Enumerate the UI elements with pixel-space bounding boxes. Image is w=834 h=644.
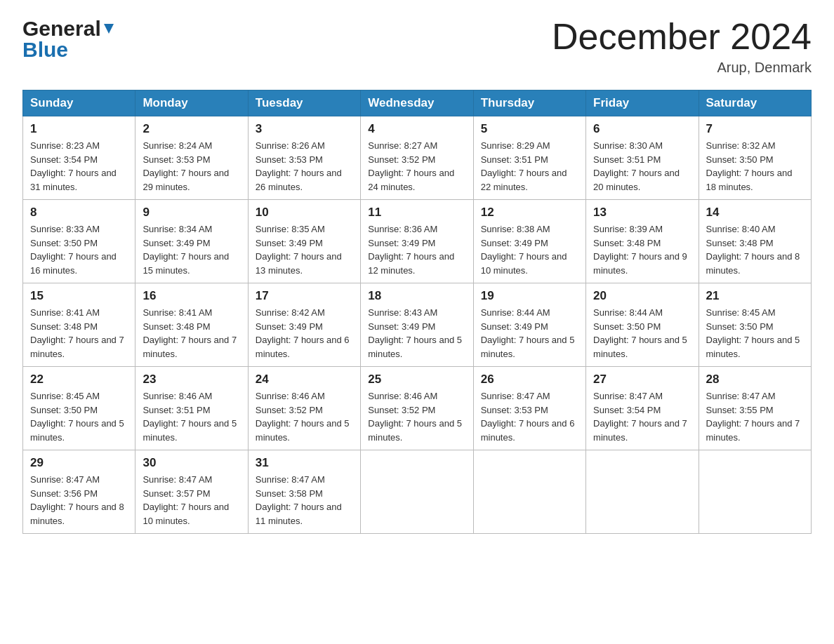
day-info: Sunrise: 8:24 AMSunset: 3:53 PMDaylight:… [143, 139, 240, 194]
logo: General Blue [22, 17, 117, 62]
calendar-cell: 9 Sunrise: 8:34 AMSunset: 3:49 PMDayligh… [135, 200, 248, 283]
day-number: 30 [143, 456, 240, 470]
day-number: 14 [706, 206, 804, 220]
day-info: Sunrise: 8:47 AMSunset: 3:57 PMDaylight:… [143, 473, 240, 528]
day-info: Sunrise: 8:41 AMSunset: 3:48 PMDaylight:… [30, 306, 128, 361]
day-info: Sunrise: 8:44 AMSunset: 3:49 PMDaylight:… [481, 306, 578, 361]
day-number: 11 [368, 206, 465, 220]
day-info: Sunrise: 8:47 AMSunset: 3:53 PMDaylight:… [481, 389, 578, 444]
month-title: December 2024 [552, 17, 812, 57]
week-row-5: 29 Sunrise: 8:47 AMSunset: 3:56 PMDaylig… [23, 450, 812, 534]
day-info: Sunrise: 8:35 AMSunset: 3:49 PMDaylight:… [256, 222, 353, 277]
calendar-cell: 21 Sunrise: 8:45 AMSunset: 3:50 PMDaylig… [699, 283, 811, 367]
day-info: Sunrise: 8:27 AMSunset: 3:52 PMDaylight:… [368, 139, 465, 194]
day-number: 12 [481, 206, 578, 220]
day-number: 31 [256, 456, 353, 470]
calendar-cell: 31 Sunrise: 8:47 AMSunset: 3:58 PMDaylig… [248, 450, 360, 534]
day-number: 1 [30, 122, 128, 136]
day-info: Sunrise: 8:40 AMSunset: 3:48 PMDaylight:… [706, 222, 804, 277]
calendar-cell: 14 Sunrise: 8:40 AMSunset: 3:48 PMDaylig… [699, 200, 811, 283]
day-info: Sunrise: 8:46 AMSunset: 3:52 PMDaylight:… [256, 389, 353, 444]
weekday-header-thursday: Thursday [473, 90, 585, 116]
day-info: Sunrise: 8:47 AMSunset: 3:54 PMDaylight:… [593, 389, 691, 444]
calendar-cell: 23 Sunrise: 8:46 AMSunset: 3:51 PMDaylig… [135, 367, 248, 450]
calendar-cell: 25 Sunrise: 8:46 AMSunset: 3:52 PMDaylig… [361, 367, 473, 450]
day-number: 19 [481, 289, 578, 303]
calendar-cell: 7 Sunrise: 8:32 AMSunset: 3:50 PMDayligh… [699, 116, 811, 200]
day-info: Sunrise: 8:30 AMSunset: 3:51 PMDaylight:… [593, 139, 691, 194]
day-info: Sunrise: 8:33 AMSunset: 3:50 PMDaylight:… [30, 222, 128, 277]
calendar-cell [361, 450, 473, 534]
week-row-1: 1 Sunrise: 8:23 AMSunset: 3:54 PMDayligh… [23, 116, 812, 200]
calendar-cell: 2 Sunrise: 8:24 AMSunset: 3:53 PMDayligh… [135, 116, 248, 200]
day-number: 24 [256, 373, 353, 387]
calendar-cell: 11 Sunrise: 8:36 AMSunset: 3:49 PMDaylig… [361, 200, 473, 283]
day-number: 22 [30, 373, 128, 387]
day-info: Sunrise: 8:47 AMSunset: 3:55 PMDaylight:… [706, 389, 804, 444]
logo-general-text: General [22, 17, 101, 41]
calendar-cell: 3 Sunrise: 8:26 AMSunset: 3:53 PMDayligh… [248, 116, 360, 200]
day-info: Sunrise: 8:41 AMSunset: 3:48 PMDaylight:… [143, 306, 240, 361]
day-number: 13 [593, 206, 691, 220]
day-info: Sunrise: 8:34 AMSunset: 3:49 PMDaylight:… [143, 222, 240, 277]
day-info: Sunrise: 8:29 AMSunset: 3:51 PMDaylight:… [481, 139, 578, 194]
day-number: 27 [593, 373, 691, 387]
calendar-cell [586, 450, 699, 534]
day-number: 17 [256, 289, 353, 303]
day-number: 3 [256, 122, 353, 136]
day-number: 2 [143, 122, 240, 136]
day-info: Sunrise: 8:26 AMSunset: 3:53 PMDaylight:… [256, 139, 353, 194]
day-info: Sunrise: 8:38 AMSunset: 3:49 PMDaylight:… [481, 222, 578, 277]
calendar-cell: 8 Sunrise: 8:33 AMSunset: 3:50 PMDayligh… [23, 200, 135, 283]
day-number: 25 [368, 373, 465, 387]
day-info: Sunrise: 8:44 AMSunset: 3:50 PMDaylight:… [593, 306, 691, 361]
day-number: 8 [30, 206, 128, 220]
calendar-cell: 16 Sunrise: 8:41 AMSunset: 3:48 PMDaylig… [135, 283, 248, 367]
calendar-cell: 6 Sunrise: 8:30 AMSunset: 3:51 PMDayligh… [586, 116, 699, 200]
day-number: 7 [706, 122, 804, 136]
day-info: Sunrise: 8:46 AMSunset: 3:52 PMDaylight:… [368, 389, 465, 444]
weekday-header-friday: Friday [586, 90, 699, 116]
day-number: 15 [30, 289, 128, 303]
weekday-header-saturday: Saturday [699, 90, 811, 116]
day-info: Sunrise: 8:32 AMSunset: 3:50 PMDaylight:… [706, 139, 804, 194]
week-row-3: 15 Sunrise: 8:41 AMSunset: 3:48 PMDaylig… [23, 283, 812, 367]
calendar-cell: 30 Sunrise: 8:47 AMSunset: 3:57 PMDaylig… [135, 450, 248, 534]
calendar-cell: 1 Sunrise: 8:23 AMSunset: 3:54 PMDayligh… [23, 116, 135, 200]
day-number: 5 [481, 122, 578, 136]
day-number: 9 [143, 206, 240, 220]
calendar-cell: 18 Sunrise: 8:43 AMSunset: 3:49 PMDaylig… [361, 283, 473, 367]
weekday-header-sunday: Sunday [23, 90, 135, 116]
calendar-cell [699, 450, 811, 534]
calendar-cell: 22 Sunrise: 8:45 AMSunset: 3:50 PMDaylig… [23, 367, 135, 450]
calendar-cell: 26 Sunrise: 8:47 AMSunset: 3:53 PMDaylig… [473, 367, 585, 450]
day-info: Sunrise: 8:39 AMSunset: 3:48 PMDaylight:… [593, 222, 691, 277]
logo-blue-text: Blue [22, 38, 68, 62]
calendar-cell: 12 Sunrise: 8:38 AMSunset: 3:49 PMDaylig… [473, 200, 585, 283]
calendar-cell: 5 Sunrise: 8:29 AMSunset: 3:51 PMDayligh… [473, 116, 585, 200]
title-area: December 2024 Arup, Denmark [552, 17, 812, 76]
day-info: Sunrise: 8:23 AMSunset: 3:54 PMDaylight:… [30, 139, 128, 194]
day-info: Sunrise: 8:47 AMSunset: 3:56 PMDaylight:… [30, 473, 128, 528]
weekday-header-row: SundayMondayTuesdayWednesdayThursdayFrid… [23, 90, 812, 116]
day-number: 23 [143, 373, 240, 387]
calendar-cell: 20 Sunrise: 8:44 AMSunset: 3:50 PMDaylig… [586, 283, 699, 367]
day-number: 28 [706, 373, 804, 387]
day-info: Sunrise: 8:42 AMSunset: 3:49 PMDaylight:… [256, 306, 353, 361]
svg-marker-0 [104, 24, 114, 34]
calendar-cell: 28 Sunrise: 8:47 AMSunset: 3:55 PMDaylig… [699, 367, 811, 450]
calendar-cell: 27 Sunrise: 8:47 AMSunset: 3:54 PMDaylig… [586, 367, 699, 450]
calendar-cell: 24 Sunrise: 8:46 AMSunset: 3:52 PMDaylig… [248, 367, 360, 450]
week-row-2: 8 Sunrise: 8:33 AMSunset: 3:50 PMDayligh… [23, 200, 812, 283]
day-number: 16 [143, 289, 240, 303]
logo-arrow-icon [101, 21, 117, 36]
day-info: Sunrise: 8:36 AMSunset: 3:49 PMDaylight:… [368, 222, 465, 277]
weekday-header-tuesday: Tuesday [248, 90, 360, 116]
day-number: 6 [593, 122, 691, 136]
calendar-cell: 13 Sunrise: 8:39 AMSunset: 3:48 PMDaylig… [586, 200, 699, 283]
calendar-cell [473, 450, 585, 534]
day-number: 26 [481, 373, 578, 387]
calendar-cell: 4 Sunrise: 8:27 AMSunset: 3:52 PMDayligh… [361, 116, 473, 200]
calendar-cell: 19 Sunrise: 8:44 AMSunset: 3:49 PMDaylig… [473, 283, 585, 367]
day-number: 4 [368, 122, 465, 136]
